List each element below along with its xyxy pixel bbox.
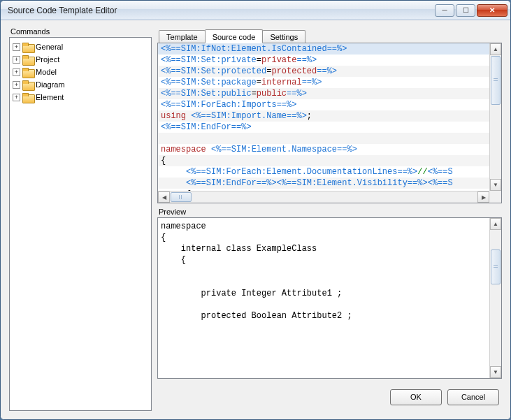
tab-settings[interactable]: Settings [262,30,305,43]
code-line[interactable]: <%==SIM:ForEach:Imports==%> [158,99,501,110]
code-line[interactable]: <%==SIM:Set:private=private==%> [158,55,501,66]
expand-icon[interactable]: + [13,56,20,64]
tree-item-label: Project [36,55,59,64]
scroll-right-icon[interactable]: ▶ [477,191,489,203]
scroll-down-icon[interactable]: ▼ [490,366,501,378]
commands-panel: Commands +General+Project+Model+Diagram+… [9,27,152,411]
scroll-thumb[interactable] [171,192,192,202]
code-line[interactable]: <%==SIM:IfNot:Element.IsContained==%> [158,43,501,55]
expand-icon[interactable]: + [13,43,20,51]
code-line[interactable]: <%==SIM:ForEach:Element.DocumentationLin… [158,166,501,178]
tab-template[interactable]: Template [159,30,206,43]
scroll-down-icon[interactable]: ▼ [490,179,501,191]
preview-label: Preview [157,208,502,216]
minimize-button[interactable]: ─ [435,4,454,17]
code-line[interactable] [158,133,501,144]
code-line[interactable]: { [158,155,501,166]
code-vertical-scrollbar[interactable]: ▲ ▼ [489,43,501,191]
dialog-buttons: OK Cancel [157,383,502,411]
commands-tree[interactable]: +General+Project+Model+Diagram+Element [9,37,152,411]
window-title: Source Code Template Editor [8,6,433,15]
tree-item-label: Diagram [36,80,65,89]
scroll-up-icon[interactable]: ▲ [490,43,501,55]
titlebar[interactable]: Source Code Template Editor ─ ☐ ✕ [1,1,510,20]
preview-vertical-scrollbar[interactable]: ▲ ▼ [489,218,501,378]
preview-box: namespace { internal class ExampleClass … [157,217,502,379]
folder-icon [22,68,34,77]
right-column: TemplateSource codeSettings <%==SIM:IfNo… [157,27,502,411]
expand-icon[interactable]: + [13,81,20,89]
code-line[interactable]: using <%==SIM:Import.Name==%>; [158,110,501,122]
tree-item-model[interactable]: +Model [11,66,150,78]
commands-label: Commands [9,27,152,36]
scroll-thumb[interactable] [491,56,501,105]
tab-source-code[interactable]: Source code [205,29,264,43]
expand-icon[interactable]: + [13,68,20,76]
maximize-button[interactable]: ☐ [456,4,475,17]
ok-button[interactable]: OK [390,389,442,405]
code-line[interactable]: <%==SIM:EndFor==%><%==SIM:Element.Visibi… [158,178,501,189]
tree-item-label: Element [36,93,64,101]
expand-icon[interactable]: + [13,94,20,101]
code-line[interactable]: namespace <%==SIM:Element.Namespace==%> [158,144,501,155]
folder-icon [22,43,34,52]
preview-text[interactable]: namespace { internal class ExampleClass … [158,218,501,378]
folder-icon [22,55,34,64]
scroll-up-icon[interactable]: ▲ [490,218,501,230]
tree-item-label: Model [36,68,57,76]
tab-bar: TemplateSource codeSettings [157,27,502,43]
scroll-thumb[interactable] [491,249,501,284]
tree-item-element[interactable]: +Element [11,91,150,103]
folder-icon [22,80,34,89]
scroll-corner [489,191,501,203]
scroll-left-icon[interactable]: ◀ [158,191,170,203]
code-line[interactable]: <%==SIM:Set:protected=protected==%> [158,66,501,77]
folder-icon [22,93,34,102]
tree-item-label: General [36,43,63,51]
tree-item-project[interactable]: +Project [11,53,150,66]
cancel-button[interactable]: Cancel [447,389,499,405]
code-horizontal-scrollbar[interactable]: ◀ ▶ [158,191,489,203]
code-line[interactable]: <%==SIM:EndFor==%> [158,122,501,133]
source-code-box: <%==SIM:IfNot:Element.IsContained==%><%=… [157,43,502,203]
window-buttons: ─ ☐ ✕ [433,4,508,17]
tree-item-diagram[interactable]: +Diagram [11,78,150,91]
close-button[interactable]: ✕ [477,4,508,17]
code-line[interactable]: <%==SIM:Set:package=internal==%> [158,77,501,88]
tree-item-general[interactable]: +General [11,41,150,53]
window: Source Code Template Editor ─ ☐ ✕ Comman… [0,0,511,420]
client-area: Commands +General+Project+Model+Diagram+… [1,20,510,419]
code-editor[interactable]: <%==SIM:IfNot:Element.IsContained==%><%=… [158,43,501,191]
code-line[interactable]: <%==SIM:Set:public=public==%> [158,88,501,99]
